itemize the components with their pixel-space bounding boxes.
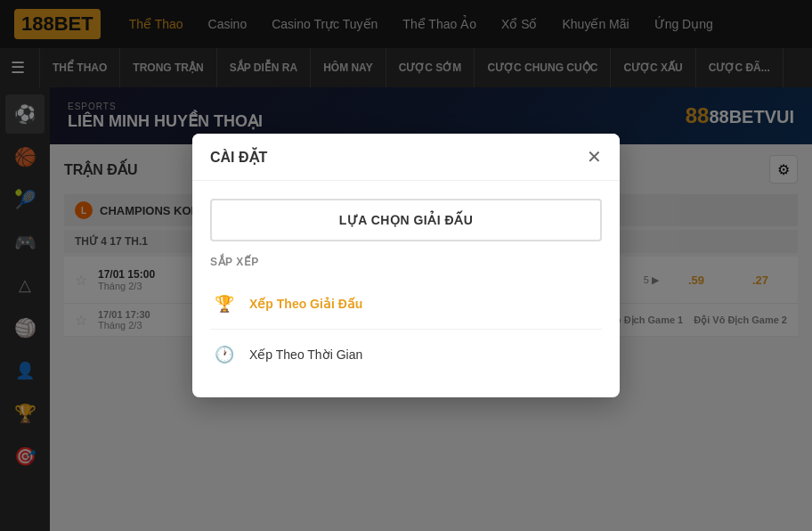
close-icon[interactable]: ✕: [587, 148, 602, 166]
sort-time-label: Xếp Theo Thời Gian: [249, 347, 362, 362]
trophy-icon: 🏆: [210, 290, 239, 318]
sort-by-league-option[interactable]: 🏆 Xếp Theo Giải Đấu: [210, 279, 602, 330]
select-tournament-button[interactable]: LỰA CHỌN GIẢI ĐẤU: [210, 199, 602, 241]
modal-title: CÀI ĐẶT: [210, 149, 267, 166]
sort-league-label: Xếp Theo Giải Đấu: [249, 297, 362, 311]
modal-header: CÀI ĐẶT ✕: [192, 134, 620, 181]
modal-overlay[interactable]: CÀI ĐẶT ✕ LỰA CHỌN GIẢI ĐẤU SẮP XẾP 🏆 Xế…: [0, 0, 812, 531]
sort-by-time-option[interactable]: 🕐 Xếp Theo Thời Gian: [210, 330, 602, 380]
clock-icon: 🕐: [210, 340, 239, 369]
modal-body: LỰA CHỌN GIẢI ĐẤU SẮP XẾP 🏆 Xếp Theo Giả…: [192, 181, 620, 397]
settings-modal: CÀI ĐẶT ✕ LỰA CHỌN GIẢI ĐẤU SẮP XẾP 🏆 Xế…: [192, 134, 620, 397]
sort-label: SẮP XẾP: [210, 256, 602, 268]
